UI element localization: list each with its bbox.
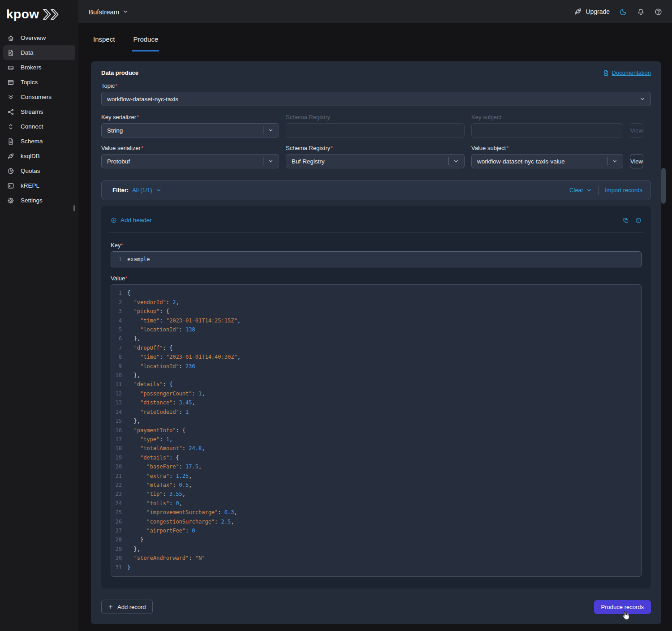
sidebar-item-data[interactable]: Data bbox=[3, 45, 75, 60]
sidebar-item-overview[interactable]: Overview bbox=[3, 30, 75, 45]
code-line: 17 "type": 1, bbox=[111, 435, 641, 444]
upgrade-button[interactable]: Upgrade bbox=[574, 8, 610, 16]
code-line: 27 "airportFee": 0 bbox=[111, 526, 641, 535]
value-subject-select[interactable]: workflow-dataset-nyc-taxis-value bbox=[471, 154, 623, 168]
value-view-button[interactable]: View bbox=[630, 154, 643, 168]
documentation-link[interactable]: Documentation bbox=[603, 69, 651, 76]
code-line: 31} bbox=[111, 563, 641, 572]
sidebar-collapse-handle[interactable] bbox=[73, 205, 75, 211]
import-records-button[interactable]: Import records bbox=[605, 187, 642, 193]
sidebar-item-schema[interactable]: Schema bbox=[3, 134, 75, 149]
add-record-button[interactable]: Add record bbox=[101, 600, 153, 614]
value-editor[interactable]: 1{2 "vendorId": 2,3 "pickup": {4 "time":… bbox=[111, 284, 642, 577]
sidebar-item-topics[interactable]: Topics bbox=[3, 75, 75, 90]
key-subject-input bbox=[471, 123, 623, 137]
code-line: 13 "distance": 3.45, bbox=[111, 398, 641, 407]
sidebar-item-settings[interactable]: Settings bbox=[3, 193, 75, 208]
record-card: Add header Key* 1example Value* 1{2 "ven… bbox=[101, 206, 651, 588]
dblchev-icon bbox=[7, 94, 14, 101]
line-number: 1 bbox=[111, 288, 127, 297]
sidebar-item-consumers[interactable]: Consumers bbox=[3, 90, 75, 104]
code-line: 22 "mtaTax": 0.5, bbox=[111, 481, 641, 489]
chevron-down-icon[interactable] bbox=[156, 188, 161, 193]
value-serializer-select[interactable]: Protobuf bbox=[101, 154, 279, 168]
sidebar-item-brokers[interactable]: Brokers bbox=[3, 60, 75, 75]
code-line: 25 "improvementSurcharge": 0.3, bbox=[111, 508, 641, 517]
produce-records-button[interactable]: Produce records bbox=[594, 600, 651, 614]
tab-produce[interactable]: Produce bbox=[132, 35, 159, 52]
sidebar-item-ksqldb[interactable]: ksqlDB bbox=[3, 149, 75, 163]
code-line: 6 }, bbox=[111, 334, 641, 343]
terminal-icon bbox=[7, 182, 14, 189]
app-root: kpow OverviewDataBrokersTopicsConsumersS… bbox=[0, 0, 672, 631]
code-line: 26 "congestionSurcharge": 2.5, bbox=[111, 517, 641, 526]
help-icon[interactable] bbox=[655, 8, 662, 16]
kpow-logo: kpow bbox=[0, 0, 78, 30]
gear-icon bbox=[7, 197, 14, 204]
moon-icon[interactable] bbox=[620, 8, 627, 16]
line-number: 14 bbox=[111, 408, 127, 416]
line-number: 19 bbox=[111, 453, 127, 462]
filter-bar: Filter: All (1/1) Clear Import records bbox=[101, 180, 651, 200]
tab-bar: Inspect Produce bbox=[92, 35, 672, 52]
code-line: 21 "extra": 1.25, bbox=[111, 472, 641, 481]
sidebar-nav: OverviewDataBrokersTopicsConsumersStream… bbox=[0, 30, 78, 208]
value-schema-registry-label: Schema Registry* bbox=[286, 145, 465, 151]
bell-icon[interactable] bbox=[637, 8, 645, 16]
sidebar-item-connect[interactable]: Connect bbox=[3, 119, 75, 134]
home-icon bbox=[7, 34, 14, 42]
topbar-actions: Upgrade bbox=[574, 8, 662, 16]
sidebar-item-streams[interactable]: Streams bbox=[3, 104, 75, 119]
panel-title: Data produce bbox=[101, 69, 138, 76]
line-number: 29 bbox=[111, 545, 127, 554]
chevron-down-icon bbox=[612, 159, 617, 164]
code-line: 23 "tip": 3.55, bbox=[111, 489, 641, 498]
key-serializer-select[interactable]: String bbox=[101, 123, 279, 137]
line-number: 6 bbox=[111, 334, 127, 343]
sidebar-item-label: Connect bbox=[21, 123, 43, 130]
scrollbar-thumb[interactable] bbox=[661, 168, 666, 204]
line-number: 8 bbox=[111, 352, 127, 361]
line-number: 15 bbox=[111, 416, 127, 425]
share-icon bbox=[7, 108, 14, 116]
pie-icon bbox=[7, 167, 14, 175]
code-line: 29 }, bbox=[111, 545, 641, 554]
line-number: 30 bbox=[111, 554, 127, 562]
line-number: 28 bbox=[111, 535, 127, 544]
clear-button[interactable]: Clear bbox=[569, 187, 592, 193]
line-number: 7 bbox=[111, 343, 127, 352]
cluster-selector[interactable]: Bufstream bbox=[89, 8, 128, 16]
plus-icon bbox=[108, 604, 113, 610]
topic-select[interactable]: workflow-dataset-nyc-taxis bbox=[101, 92, 651, 106]
code-line: 15 }, bbox=[111, 416, 641, 425]
remove-record-icon[interactable] bbox=[635, 217, 642, 223]
upgrade-label: Upgrade bbox=[586, 8, 610, 15]
sidebar-item-quotas[interactable]: Quotas bbox=[3, 163, 75, 178]
value-schema-registry-select[interactable]: Buf Registry bbox=[286, 154, 465, 168]
line-number: 9 bbox=[111, 362, 127, 371]
add-header-button[interactable]: Add header bbox=[111, 217, 152, 223]
code-line: 28 } bbox=[111, 535, 641, 544]
line-number: 2 bbox=[111, 298, 127, 307]
code-line: 1{ bbox=[111, 288, 641, 297]
line-number: 21 bbox=[111, 472, 127, 481]
sidebar-item-krepl[interactable]: kREPL bbox=[3, 178, 75, 193]
tab-inspect[interactable]: Inspect bbox=[92, 35, 116, 52]
code-line: 10 }, bbox=[111, 371, 641, 380]
topic-value: workflow-dataset-nyc-taxis bbox=[107, 96, 178, 103]
duplicate-record-icon[interactable] bbox=[623, 217, 629, 223]
filter-value[interactable]: All (1/1) bbox=[132, 187, 152, 193]
code-line: 8 "time": "2023-01-01T14:40:30Z", bbox=[111, 352, 641, 361]
line-number: 26 bbox=[111, 517, 127, 526]
line-number: 4 bbox=[111, 316, 127, 325]
chevron-down-icon bbox=[453, 159, 459, 164]
topic-label: Topic* bbox=[101, 82, 651, 89]
code-line: 24 "tolls": 0, bbox=[111, 499, 641, 508]
file-icon bbox=[7, 138, 14, 145]
code-line: 18 "totalAmount": 24.8, bbox=[111, 444, 641, 453]
key-editor[interactable]: 1example bbox=[111, 251, 642, 267]
code-line: 5 "locationId": 138 bbox=[111, 325, 641, 334]
line-number: 10 bbox=[111, 371, 127, 380]
chevron-down-icon bbox=[268, 159, 273, 164]
document-icon bbox=[603, 70, 609, 76]
